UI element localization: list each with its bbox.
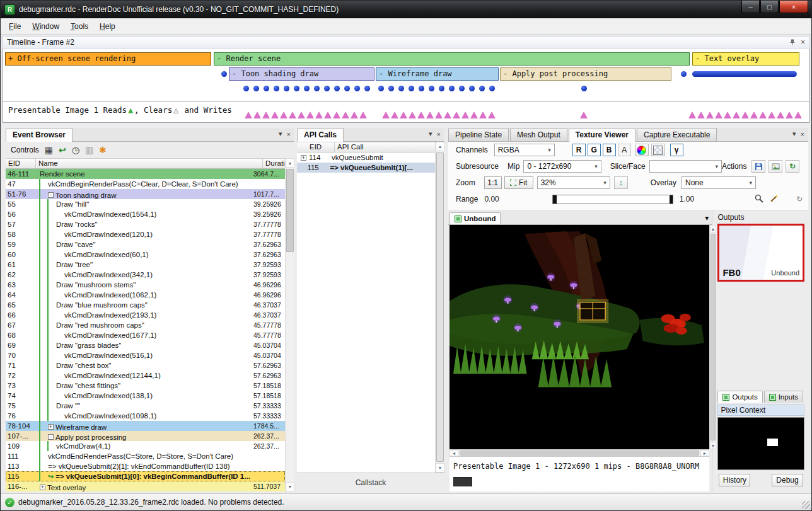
- write-marker-icon[interactable]: [461, 112, 469, 118]
- draw-event-dot[interactable]: [304, 86, 310, 91]
- open-image-icon[interactable]: [768, 160, 782, 173]
- history-button[interactable]: History: [719, 474, 750, 486]
- zoom-level-select[interactable]: 32%▾: [537, 176, 610, 189]
- draw-event-dot[interactable]: [681, 71, 687, 77]
- minimize-button[interactable]: –: [741, 1, 760, 13]
- write-marker-icon[interactable]: [750, 112, 758, 118]
- select-columns-icon[interactable]: ▦: [45, 146, 53, 154]
- column-api-call[interactable]: API Call: [335, 142, 444, 152]
- draw-event-dot[interactable]: [324, 86, 330, 91]
- write-marker-icon[interactable]: [298, 112, 305, 118]
- write-marker-icon[interactable]: [400, 112, 407, 118]
- draw-event-bar[interactable]: [692, 71, 797, 77]
- draw-event-dot[interactable]: [274, 86, 279, 91]
- range-handle-black[interactable]: [553, 195, 557, 204]
- tab-pipeline-state[interactable]: Pipeline State: [448, 128, 509, 141]
- event-row[interactable]: 70vkCmdDrawIndexed(516,1)45.03704: [6, 350, 285, 360]
- scroll-down-icon[interactable]: ▼: [436, 463, 444, 473]
- write-marker-icon[interactable]: [306, 112, 314, 118]
- zoom-range-icon[interactable]: [755, 194, 763, 205]
- draw-event-dot[interactable]: [429, 86, 434, 91]
- write-marker-icon[interactable]: [417, 112, 425, 118]
- green-channel-button[interactable]: G: [588, 144, 601, 156]
- write-marker-icon[interactable]: [453, 112, 460, 118]
- event-row[interactable]: 66vkCmdDrawIndexed(2193,1)46.37037: [6, 310, 285, 320]
- scroll-right-icon[interactable]: ►: [700, 450, 709, 456]
- write-marker-icon[interactable]: [470, 112, 478, 118]
- draw-event-dot[interactable]: [581, 86, 587, 91]
- save-texture-icon[interactable]: [751, 160, 765, 173]
- expand-icon[interactable]: +: [48, 424, 54, 430]
- write-marker-icon[interactable]: [777, 112, 784, 118]
- slice-face-select[interactable]: ▾: [649, 160, 722, 173]
- draw-event-dot[interactable]: [253, 86, 259, 91]
- menu-item-file[interactable]: File: [3, 20, 26, 33]
- color-wheel-icon[interactable]: [635, 144, 649, 156]
- draw-event-dot[interactable]: [354, 86, 360, 91]
- event-row[interactable]: 111vkCmdEndRenderPass(C=Store, D=Store, …: [6, 451, 285, 461]
- zoom-1to1-button[interactable]: 1:1: [484, 176, 502, 189]
- column-name[interactable]: Name: [36, 159, 263, 168]
- draw-event-dot[interactable]: [334, 86, 340, 91]
- event-row[interactable]: 74vkCmdDrawIndexed(138,1)57.18518: [6, 391, 285, 401]
- tab-api-calls[interactable]: API Calls: [297, 128, 344, 142]
- event-row[interactable]: 75Draw ""57.33333: [6, 401, 285, 411]
- tab-mesh-output[interactable]: Mesh Output: [510, 128, 567, 141]
- write-marker-icon[interactable]: [262, 112, 270, 118]
- event-browser-menu-icon[interactable]: ▾: [279, 130, 282, 138]
- mip-select[interactable]: 0 - 1272x690▾: [523, 160, 601, 173]
- tab-inputs[interactable]: Inputs: [764, 391, 803, 403]
- event-row[interactable]: 71Draw "chest box"57.62963: [6, 360, 285, 370]
- write-marker-icon[interactable]: [426, 112, 434, 118]
- event-row[interactable]: 61Draw "tree"37.92593: [6, 260, 285, 270]
- autofit-wand-icon[interactable]: [770, 194, 779, 205]
- write-marker-icon[interactable]: [359, 112, 367, 118]
- event-browser-close-icon[interactable]: ×: [287, 130, 291, 138]
- draw-event-dot[interactable]: [459, 86, 465, 91]
- collapse-icon[interactable]: -: [48, 192, 54, 198]
- write-marker-icon[interactable]: [741, 112, 749, 118]
- api-calls-close-icon[interactable]: ×: [437, 130, 441, 138]
- range-handle-white[interactable]: [670, 195, 673, 204]
- texture-tab-unbound[interactable]: Unbound: [450, 212, 501, 224]
- write-marker-icon[interactable]: [794, 112, 802, 118]
- column-eid[interactable]: EID: [6, 159, 36, 168]
- scroll-up-icon[interactable]: ▲: [436, 142, 444, 151]
- stats-icon[interactable]: ▥: [85, 146, 93, 154]
- write-marker-icon[interactable]: [391, 112, 398, 118]
- write-marker-icon[interactable]: [786, 112, 793, 118]
- column-eid[interactable]: EID: [297, 142, 335, 152]
- event-row[interactable]: 46-111Render scene3064.7...: [6, 169, 285, 179]
- scroll-down-icon[interactable]: ▼: [286, 482, 294, 491]
- event-row[interactable]: 72vkCmdDrawIndexed(12144,1)57.62963: [6, 370, 285, 381]
- close-button[interactable]: ×: [779, 1, 808, 13]
- draw-event-dot[interactable]: [344, 86, 350, 91]
- draw-event-dot[interactable]: [469, 86, 475, 91]
- event-browser-scrollbar[interactable]: ▲ ▼: [285, 158, 294, 491]
- write-marker-icon[interactable]: [688, 112, 696, 118]
- event-row[interactable]: 59Draw "cave"37.62963: [6, 239, 285, 250]
- api-call-row[interactable]: 115=> vkQueueSubmit(1)[...: [297, 163, 435, 173]
- api-calls-menu-icon[interactable]: ▾: [429, 130, 432, 138]
- timeline-sub-marker[interactable]: - Wireframe draw: [376, 67, 499, 81]
- write-marker-icon[interactable]: [479, 112, 487, 118]
- visualize-range-icon[interactable]: [651, 144, 665, 156]
- event-row[interactable]: 55Draw "hill"39.25926: [6, 199, 285, 209]
- draw-event-dot[interactable]: [439, 86, 444, 91]
- draw-event-dot[interactable]: [449, 86, 455, 91]
- write-marker-icon[interactable]: [444, 112, 451, 118]
- event-row[interactable]: 115↪=> vkQueueSubmit(1)[0]: vkBeginComma…: [6, 471, 285, 481]
- time-durations-icon[interactable]: ◷: [72, 146, 79, 154]
- menu-item-help[interactable]: Help: [94, 20, 121, 33]
- reset-range-icon[interactable]: ↻: [796, 195, 803, 204]
- event-row[interactable]: 65Draw "blue mushroom caps"46.37037: [6, 300, 285, 310]
- event-row[interactable]: 64vkCmdDrawIndexed(1062,1)46.96296: [6, 290, 285, 300]
- tab-capture-executable[interactable]: Capture Executable: [637, 128, 717, 141]
- menu-item-tools[interactable]: Tools: [65, 20, 94, 33]
- write-marker-icon[interactable]: [245, 112, 252, 118]
- event-row[interactable]: 57Draw "rocks"37.77778: [6, 219, 285, 229]
- scroll-thumb[interactable]: [286, 169, 294, 252]
- event-row[interactable]: 60vkCmdDrawIndexed(60,1)37.62963: [6, 250, 285, 260]
- write-marker-icon[interactable]: [768, 112, 775, 118]
- texture-image[interactable]: [450, 225, 709, 449]
